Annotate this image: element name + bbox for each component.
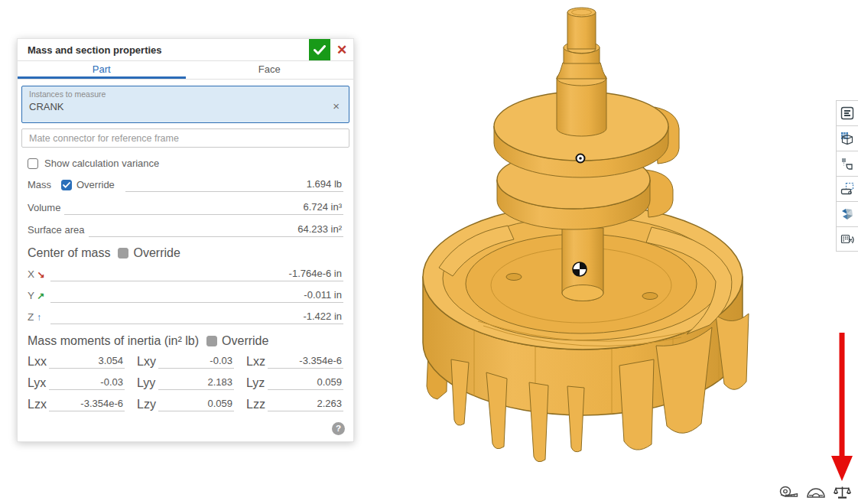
inertia-cell-lyx: Lyx-0.03 <box>28 373 125 390</box>
show-variance-row: Show calculation variance <box>28 157 343 170</box>
inertia-grid: Lxx3.054 Lxy-0.03 Lxz-3.354e-6 Lyx-0.03 … <box>28 352 343 411</box>
com-x-row: X ↘ -1.764e-6 in <box>28 265 343 281</box>
derive-icon[interactable] <box>837 151 858 176</box>
mass-properties-dialog: Mass and section properties ✕ Part Face … <box>17 38 354 442</box>
surface-area-label: Surface area <box>28 224 89 237</box>
tape-measure-icon[interactable] <box>778 485 798 500</box>
show-variance-label: Show calculation variance <box>44 158 159 169</box>
com-x-value: -1.764e-6 in <box>289 268 342 279</box>
inertia-cell-lzz: Lzz2.263 <box>246 395 343 411</box>
com-y-row: Y ↗ -0.011 in <box>28 286 343 303</box>
volume-value: 6.724 in³ <box>303 201 342 213</box>
inertia-cell-lyz: Lyz0.059 <box>246 373 343 390</box>
mass-override-label: Override <box>76 179 115 192</box>
dialog-header: Mass and section properties ✕ <box>18 39 353 61</box>
lxz-input[interactable]: -3.354e-6 <box>268 355 343 369</box>
com-z-row: Z ↑ -1.422 in <box>28 307 343 324</box>
y-axis-label: Y <box>28 290 34 301</box>
inertia-cell-lzy: Lzy0.059 <box>137 395 234 411</box>
right-tool-panel <box>836 100 858 252</box>
confirm-button[interactable] <box>309 39 330 60</box>
x-axis-arrow-icon: ↘ <box>37 269 45 280</box>
mass-input[interactable]: 1.694 lb <box>125 178 343 192</box>
crank-model[interactable] <box>405 0 757 489</box>
x-axis-label: X <box>28 268 34 280</box>
inertia-cell-lxy: Lxy-0.03 <box>137 352 234 369</box>
close-button[interactable]: ✕ <box>330 39 353 60</box>
dialog-title: Mass and section properties <box>28 44 309 56</box>
surface-area-value: 64.233 in² <box>297 223 342 235</box>
tab-face[interactable]: Face <box>186 61 354 79</box>
mass-value: 1.694 lb <box>307 178 342 190</box>
inertia-cell-lyy: Lyy2.183 <box>137 373 234 390</box>
sketch-section-icon[interactable] <box>837 176 858 201</box>
lzx-input[interactable]: -3.354e-6 <box>49 398 125 411</box>
center-of-mass-marker <box>573 262 587 276</box>
inertia-override-label: Override <box>222 334 268 348</box>
inertia-header-row: Mass moments of inertia (in² lb) Overrid… <box>28 334 343 347</box>
tab-bar: Part Face <box>18 61 353 80</box>
z-axis-label: Z <box>28 311 34 323</box>
com-z-input[interactable]: -1.422 in <box>50 311 343 324</box>
instances-to-measure-field[interactable]: Instances to measure CRANK × <box>21 86 349 123</box>
mate-connector-field[interactable]: Mate connector for reference frame <box>21 128 349 148</box>
lxy-input[interactable]: -0.03 <box>158 355 234 369</box>
surface-area-input[interactable]: 64.233 in² <box>89 223 343 237</box>
inertia-override-checkbox[interactable] <box>206 336 217 346</box>
y-axis-arrow-icon: ↗ <box>37 291 45 301</box>
feature-list-icon[interactable] <box>837 100 858 125</box>
mass-label: Mass <box>28 179 54 192</box>
shortcut-keys-icon[interactable] <box>837 226 858 252</box>
lxx-input[interactable]: 3.054 <box>49 355 125 369</box>
surface-area-row: Surface area 64.233 in² <box>28 220 343 237</box>
volume-label: Volume <box>28 202 64 215</box>
com-y-value: -0.011 in <box>304 289 342 301</box>
lyz-input[interactable]: 0.059 <box>268 376 343 390</box>
checkmark-icon <box>314 45 326 55</box>
floor-hole <box>506 274 522 281</box>
lzz-input[interactable]: 2.263 <box>268 398 343 411</box>
mass-override-checkbox[interactable] <box>61 180 72 190</box>
center-of-mass-label: Center of mass <box>28 246 110 260</box>
mass-properties-scale-icon[interactable] <box>834 485 851 500</box>
instances-field-label: Instances to measure <box>29 89 342 99</box>
com-x-input[interactable]: -1.764e-6 in <box>50 268 343 281</box>
com-z-value: -1.422 in <box>303 311 342 322</box>
inertia-cell-lzx: Lzx-3.354e-6 <box>28 395 125 411</box>
inertia-cell-lxz: Lxz-3.354e-6 <box>246 352 343 369</box>
mass-row: Mass Override 1.694 lb <box>28 175 343 192</box>
z-axis-arrow-icon: ↑ <box>37 312 41 323</box>
mate-connector-placeholder: Mate connector for reference frame <box>29 133 179 144</box>
inertia-label: Mass moments of inertia (in² lb) <box>28 334 199 348</box>
floor-hole <box>642 293 658 300</box>
protractor-icon[interactable] <box>805 485 827 500</box>
lyx-input[interactable]: -0.03 <box>49 376 125 390</box>
instances-field-value: CRANK <box>29 101 342 112</box>
checkmark-icon <box>63 182 70 188</box>
help-icon[interactable]: ? <box>332 422 345 435</box>
volume-row: Volume 6.724 in³ <box>28 198 343 215</box>
lzy-input[interactable]: 0.059 <box>158 398 234 411</box>
lyy-input[interactable]: 2.183 <box>158 376 234 390</box>
show-variance-checkbox[interactable] <box>28 158 38 169</box>
volume-input[interactable]: 6.724 in³ <box>64 201 343 215</box>
measurement-toolbar <box>778 485 851 500</box>
com-y-input[interactable]: -0.011 in <box>50 289 343 303</box>
tab-part[interactable]: Part <box>18 61 186 79</box>
center-of-mass-row: Center of mass Override <box>28 246 343 259</box>
inertia-cell-lxx: Lxx3.054 <box>28 352 125 369</box>
mate-connector-marker[interactable] <box>577 154 585 163</box>
crank-shaft <box>557 8 606 136</box>
com-override-label: Override <box>133 246 180 260</box>
com-override-checkbox[interactable] <box>118 248 128 259</box>
view-cube-icon[interactable] <box>837 125 858 151</box>
clear-selection-icon[interactable]: × <box>333 99 340 112</box>
named-views-icon[interactable] <box>837 201 858 226</box>
app-window: Mass and section properties ✕ Part Face … <box>0 0 858 504</box>
